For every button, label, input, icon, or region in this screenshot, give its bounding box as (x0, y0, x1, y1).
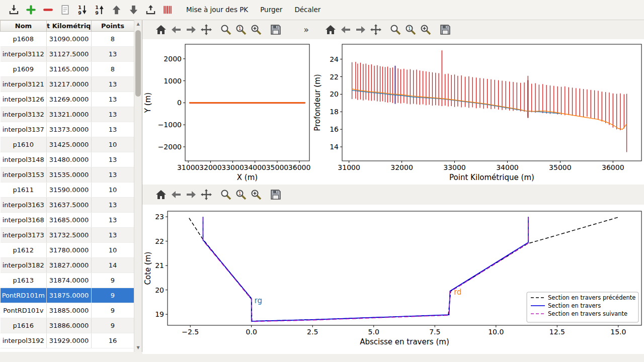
zoom-button[interactable] (218, 22, 233, 37)
cell-points: 13 (92, 92, 134, 107)
zoom-button[interactable] (388, 22, 403, 37)
table-row[interactable]: p161131590.000010 (1, 183, 134, 198)
cell-pk: 31165.0000 (47, 62, 92, 77)
table-row[interactable]: interpol318231827.000014 (1, 258, 134, 273)
cell-points: 14 (92, 258, 134, 273)
svg-text:22: 22 (155, 237, 164, 245)
table-row[interactable]: p161331874.00009 (1, 273, 134, 288)
svg-text:−2000: −2000 (158, 143, 182, 151)
app-toolbar: Mise à jour des PK Purger Décaler (0, 0, 644, 20)
pan-button[interactable] (199, 22, 214, 37)
add-button[interactable] (22, 2, 39, 18)
table-scrollbar[interactable]: ▲ ▼ (134, 20, 142, 352)
sections-table: Nom t Kilométriqu Points p160831090.0000… (0, 20, 134, 348)
forward-button[interactable] (353, 22, 368, 37)
table-row[interactable]: p160931165.00008 (1, 62, 134, 77)
save-button[interactable] (438, 22, 453, 37)
toolbar-overflow[interactable]: » (304, 25, 309, 35)
table-row[interactable]: PontRD101m31875.00009 (1, 288, 134, 303)
table-row[interactable]: interpol312131217.000013 (1, 77, 134, 92)
back-button[interactable] (338, 22, 353, 37)
zoom-in-button[interactable] (418, 22, 433, 37)
svg-text:31000: 31000 (338, 163, 360, 171)
zoom-button[interactable] (218, 187, 233, 202)
save-button[interactable] (268, 22, 283, 37)
menu-mise-a-jour-des-pk[interactable]: Mise à jour des PK (180, 0, 254, 20)
sort-descending-button[interactable] (73, 2, 91, 18)
move-down-button[interactable] (125, 2, 142, 18)
cell-pk: 31885.0000 (47, 303, 92, 318)
forward-button[interactable] (184, 22, 199, 37)
remove-button[interactable] (39, 2, 56, 18)
svg-text:33000: 33000 (443, 163, 466, 171)
forward-button[interactable] (184, 187, 199, 202)
plan-chart[interactable]: 310003200033000340003500036000−2000−1000… (142, 39, 312, 185)
home-button[interactable] (153, 22, 169, 37)
table-row[interactable]: interpol316331637.500013 (1, 198, 134, 213)
zoom-original-button[interactable] (403, 22, 418, 37)
table-row[interactable]: interpol315331535.000013 (1, 167, 134, 183)
cell-points: 13 (92, 152, 134, 167)
move-up-button[interactable] (108, 2, 125, 18)
menu-decaler[interactable]: Décaler (288, 0, 327, 20)
table-row[interactable]: p160831090.00008 (1, 32, 134, 47)
table-row[interactable]: interpol314831480.000013 (1, 152, 134, 167)
pan-button[interactable] (199, 187, 214, 202)
table-row[interactable]: interpol319231929.000016 (1, 333, 134, 348)
back-button[interactable] (169, 187, 184, 202)
sort-ascending-button[interactable] (91, 2, 108, 18)
cell-nom: p1612 (1, 243, 47, 258)
home-button[interactable] (323, 22, 338, 37)
zoom-original-button[interactable] (233, 22, 249, 37)
column-header-points[interactable]: Points (92, 21, 134, 32)
profile-chart[interactable]: 3100032000330003400035000360001416182022… (312, 39, 644, 185)
column-header-nom[interactable]: Nom (1, 21, 47, 32)
table-row[interactable]: interpol317331732.500013 (1, 228, 134, 243)
table-row[interactable]: p161231780.000010 (1, 243, 134, 258)
cell-points: 13 (92, 213, 134, 228)
edit-button[interactable] (56, 2, 73, 18)
section-chart[interactable]: rgrd−2.50.02.55.07.510.012.515.019202122… (142, 205, 644, 352)
profile-figure[interactable]: 3100032000330003400035000360001416182022… (312, 39, 644, 187)
table-row[interactable]: interpol313731373.000013 (1, 122, 134, 137)
menu-purger[interactable]: Purger (254, 0, 288, 20)
update-pk-icon (162, 4, 174, 16)
pan-icon (200, 24, 212, 36)
cell-nom: interpol3148 (1, 152, 47, 167)
cell-points: 13 (92, 198, 134, 213)
pan-icon (200, 189, 212, 201)
plan-figure[interactable]: 310003200033000340003500036000−2000−1000… (142, 39, 312, 187)
table-row[interactable]: interpol316831685.000013 (1, 213, 134, 228)
zoom-in-button[interactable] (249, 22, 264, 37)
zoom-in-button[interactable] (249, 187, 264, 202)
import-button[interactable] (5, 2, 22, 18)
home-button[interactable] (153, 187, 169, 202)
pan-button[interactable] (368, 22, 383, 37)
update-pk-button[interactable] (159, 2, 176, 18)
sort-ascending-icon (94, 4, 105, 16)
table-row[interactable]: interpol313231321.000013 (1, 107, 134, 122)
table-row[interactable]: interpol312631269.000013 (1, 92, 134, 107)
cell-pk: 31732.5000 (47, 228, 92, 243)
save-button[interactable] (268, 187, 283, 202)
cell-points: 10 (92, 137, 134, 152)
table-row[interactable]: PontRD101v31885.00009 (1, 303, 134, 318)
zoom-original-button[interactable] (233, 187, 249, 202)
section-figure[interactable]: rgrd−2.50.02.55.07.510.012.515.019202122… (142, 205, 644, 354)
column-header-pk[interactable]: t Kilométriqu (47, 21, 92, 32)
y-axis-label: Y (m) (143, 93, 152, 113)
export-button[interactable] (142, 2, 159, 18)
svg-text:19: 19 (155, 310, 164, 318)
svg-text:32000: 32000 (390, 163, 413, 171)
back-button[interactable] (169, 22, 184, 37)
table-row[interactable]: interpol311231127.500013 (1, 47, 134, 62)
table-row[interactable]: p161031425.000010 (1, 137, 134, 152)
table-row[interactable]: p161631886.00009 (1, 318, 134, 333)
cell-points: 13 (92, 228, 134, 243)
remove-icon (42, 4, 54, 16)
scrollbar-up-arrow-icon[interactable]: ▲ (134, 20, 142, 28)
cell-pk: 31127.5000 (47, 47, 92, 62)
scrollbar-thumb[interactable] (135, 30, 141, 97)
y-axis-label: Profondeur (m) (313, 74, 322, 131)
scrollbar-down-arrow-icon[interactable]: ▼ (134, 344, 142, 352)
